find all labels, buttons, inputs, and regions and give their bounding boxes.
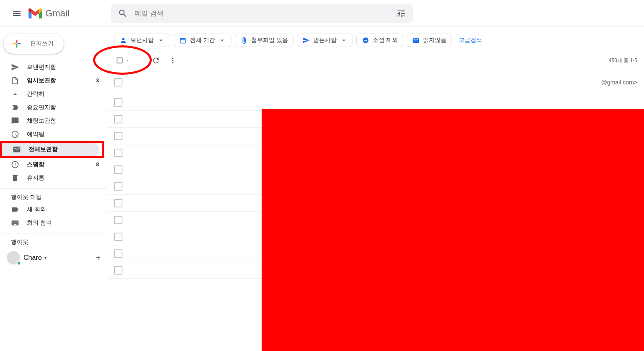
- search-input[interactable]: [135, 10, 396, 17]
- filter-chip-1[interactable]: 전체 기간: [174, 34, 231, 47]
- meet-item-0[interactable]: 새 회의: [0, 203, 107, 216]
- sidebar-count: 8: [96, 162, 99, 168]
- caret-down-icon: [125, 58, 129, 63]
- video-icon: [11, 205, 19, 214]
- red-annotation-box: 전체보관함: [0, 141, 104, 158]
- search-icon: [118, 8, 128, 18]
- row-checkbox[interactable]: [114, 98, 122, 107]
- logo[interactable]: Gmail: [29, 8, 69, 19]
- compose-label: 편지쓰기: [30, 40, 54, 47]
- row-checkbox[interactable]: [114, 266, 122, 275]
- sidebar-item-3[interactable]: 중요편지함: [0, 101, 104, 114]
- sidebar-item-0[interactable]: 보낸편지함: [0, 60, 104, 74]
- sidebar-item-4[interactable]: 채팅보관함: [0, 114, 104, 128]
- sidebar-item-8[interactable]: 휴지통: [0, 171, 104, 185]
- sidebar-item-6[interactable]: 전체보관함: [2, 143, 99, 156]
- row-checkbox[interactable]: [114, 182, 122, 191]
- chat-icon: [11, 117, 19, 125]
- main-menu-button[interactable]: [7, 3, 27, 24]
- meet-item-1[interactable]: 회의 참여: [0, 216, 107, 230]
- sidebar-item-7[interactable]: 스팸함8: [0, 158, 104, 171]
- chip-label: 소셜 제외: [373, 37, 398, 44]
- filter-chip-2[interactable]: 첨부파일 있음: [235, 34, 293, 47]
- filter-chip-5[interactable]: 읽지않음: [407, 34, 452, 47]
- mail-snippet: @gmail.com>: [601, 79, 637, 86]
- sidebar-label: 전체보관함: [29, 146, 94, 153]
- refresh-button[interactable]: [148, 52, 164, 69]
- hamburger-icon: [12, 8, 22, 18]
- filter-chip-4[interactable]: 소셜 제외: [356, 34, 403, 47]
- row-checkbox[interactable]: [114, 78, 122, 86]
- sidebar-label: 예약됨: [27, 131, 99, 138]
- spam-icon: [11, 160, 19, 169]
- row-checkbox[interactable]: [114, 165, 122, 174]
- hangout-menu-caret[interactable]: ▼: [44, 256, 48, 260]
- avatar: [7, 251, 20, 265]
- sidebar-item-5[interactable]: 예약됨: [0, 128, 104, 141]
- chip-label: 전체 기간: [190, 37, 215, 44]
- compose-button[interactable]: 편지쓰기: [3, 34, 64, 54]
- mail-row[interactable]: [107, 94, 644, 111]
- sidebar-label: 임시보관함: [27, 77, 96, 84]
- meet-label: 회의 참여: [27, 219, 52, 227]
- filter-chip-row: 보낸사람전체 기간첨부파일 있음받는사람소셜 제외읽지않음고급검색: [107, 27, 644, 50]
- mail-row[interactable]: @gmail.com>: [107, 71, 644, 94]
- checkbox-icon: [116, 56, 124, 65]
- person-icon: [119, 37, 127, 44]
- sidebar-count: 3: [96, 78, 99, 84]
- filter-chip-3[interactable]: 받는사람: [297, 34, 353, 47]
- sidebar-label: 스팸함: [27, 161, 96, 168]
- row-checkbox[interactable]: [114, 216, 122, 224]
- chip-label: 읽지않음: [423, 37, 447, 44]
- caret-down-icon: [340, 37, 348, 44]
- row-checkbox[interactable]: [114, 132, 122, 140]
- keyboard-icon: [11, 219, 19, 227]
- chip-label: 첨부파일 있음: [251, 37, 288, 44]
- select-all-checkbox[interactable]: [114, 52, 131, 69]
- sidebar: 편지쓰기 보낸편지함임시보관함3간략히중요편지함채팅보관함예약됨전체보관함스팸함…: [0, 27, 107, 351]
- send-to-icon: [302, 37, 310, 44]
- row-checkbox[interactable]: [114, 115, 122, 123]
- chip-label: 받는사람: [313, 37, 337, 44]
- sidebar-item-1[interactable]: 임시보관함3: [0, 74, 104, 87]
- more-vert-icon: [169, 56, 177, 65]
- refresh-icon: [152, 56, 160, 65]
- row-checkbox[interactable]: [114, 199, 122, 207]
- content: 보낸사람전체 기간첨부파일 있음받는사람소셜 제외읽지않음고급검색 450개 중…: [107, 27, 644, 351]
- sidebar-label: 휴지통: [27, 174, 99, 182]
- sidebar-label: 보낸편지함: [27, 63, 99, 71]
- caret-up-icon: [11, 90, 19, 98]
- search-options-icon[interactable]: [396, 8, 406, 18]
- sidebar-item-2[interactable]: 간략히: [0, 87, 104, 101]
- mail-unread-icon: [412, 37, 420, 44]
- filter-chip-0[interactable]: 보낸사람: [114, 34, 170, 47]
- clock-icon: [11, 130, 19, 139]
- svg-point-0: [122, 38, 125, 40]
- gmail-icon: [29, 8, 42, 18]
- main: 편지쓰기 보낸편지함임시보관함3간략히중요편지함채팅보관함예약됨전체보관함스팸함…: [0, 27, 644, 351]
- gmail-wordmark: Gmail: [45, 8, 69, 19]
- calendar-icon: [179, 37, 187, 44]
- sidebar-label: 간략히: [27, 90, 99, 98]
- sidebar-label: 채팅보관함: [27, 117, 99, 125]
- chip-label: 보낸사람: [130, 37, 154, 44]
- status-dot-icon: [17, 261, 21, 265]
- caret-down-icon: [157, 37, 165, 44]
- search-bar[interactable]: [111, 4, 413, 23]
- meet-label: 새 회의: [27, 206, 46, 213]
- file-icon: [11, 76, 19, 85]
- send-icon: [11, 63, 19, 71]
- add-hangout-button[interactable]: +: [96, 253, 101, 263]
- plus-icon: [10, 37, 23, 50]
- row-checkbox[interactable]: [114, 233, 122, 241]
- more-button[interactable]: [164, 52, 181, 69]
- hangout-section-header: 행아웃: [0, 233, 107, 248]
- row-checkbox[interactable]: [114, 249, 122, 258]
- meet-section-header: 행아웃 미팅: [0, 188, 107, 203]
- svg-rect-2: [180, 38, 185, 40]
- hangout-user[interactable]: Charo ▼ +: [0, 248, 107, 268]
- advanced-search-link[interactable]: 고급검색: [459, 37, 482, 44]
- row-checkbox[interactable]: [114, 149, 122, 157]
- trash-icon: [11, 174, 19, 182]
- mail-icon: [13, 145, 21, 154]
